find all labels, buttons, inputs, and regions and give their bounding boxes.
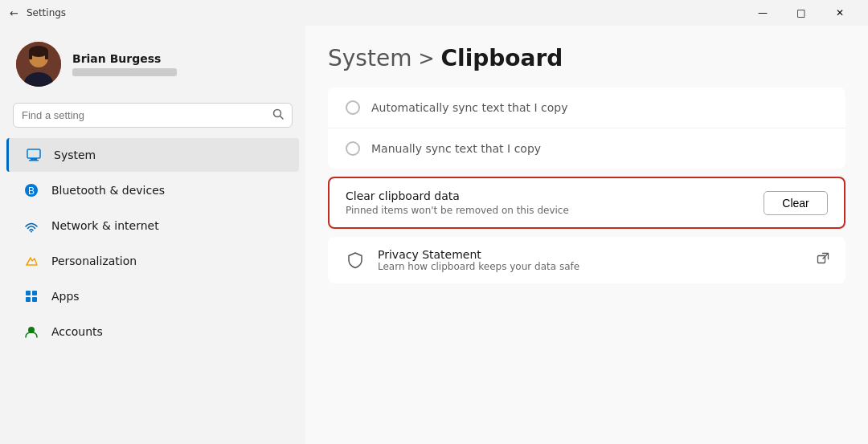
svg-rect-19 bbox=[818, 256, 825, 263]
breadcrumb: System > Clipboard bbox=[328, 45, 845, 71]
sidebar-item-apps[interactable]: Apps bbox=[6, 279, 299, 313]
sync-manual-label: Manually sync text that I copy bbox=[371, 142, 541, 155]
window-controls: — □ ✕ bbox=[744, 0, 858, 26]
sidebar-item-bluetooth[interactable]: B Bluetooth & devices bbox=[6, 173, 299, 207]
sync-manual-radio[interactable] bbox=[346, 141, 360, 156]
sidebar-label-apps: Apps bbox=[51, 290, 80, 303]
clear-title: Clear clipboard data bbox=[346, 189, 755, 202]
back-button[interactable]: ← bbox=[10, 7, 18, 19]
privacy-subtitle: Learn how clipboard keeps your data safe bbox=[378, 261, 805, 272]
maximize-button[interactable]: □ bbox=[783, 0, 820, 26]
svg-rect-17 bbox=[32, 297, 37, 302]
svg-rect-14 bbox=[26, 291, 31, 295]
content-area: System > Clipboard Automatically sync te… bbox=[305, 26, 868, 444]
svg-rect-8 bbox=[27, 149, 40, 158]
sidebar-item-system[interactable]: System bbox=[6, 138, 299, 172]
clear-clipboard-row: Clear clipboard data Pinned items won't … bbox=[328, 177, 845, 229]
clear-button[interactable]: Clear bbox=[764, 191, 828, 215]
personalization-icon bbox=[23, 252, 40, 270]
user-info: Brian Burgess bbox=[72, 52, 177, 76]
clear-subtitle: Pinned items won't be removed on this de… bbox=[346, 205, 755, 216]
sidebar-item-personalization[interactable]: Personalization bbox=[6, 244, 299, 278]
privacy-title: Privacy Statement bbox=[378, 248, 805, 261]
sync-auto-row[interactable]: Automatically sync text that I copy bbox=[328, 88, 845, 128]
sidebar-item-network[interactable]: Network & internet bbox=[6, 209, 299, 242]
svg-text:B: B bbox=[28, 185, 35, 197]
bluetooth-icon: B bbox=[23, 181, 40, 199]
svg-line-7 bbox=[280, 116, 284, 120]
sidebar: Brian Burgess System bbox=[0, 26, 305, 444]
search-input[interactable] bbox=[22, 109, 266, 121]
sync-options-card: Automatically sync text that I copy Manu… bbox=[328, 88, 845, 169]
svg-rect-10 bbox=[29, 160, 39, 161]
app-title: Settings bbox=[27, 7, 736, 18]
privacy-text: Privacy Statement Learn how clipboard ke… bbox=[378, 248, 805, 272]
sidebar-item-accounts[interactable]: Accounts bbox=[6, 315, 299, 348]
search-box[interactable] bbox=[13, 103, 293, 128]
privacy-row[interactable]: Privacy Statement Learn how clipboard ke… bbox=[328, 237, 845, 283]
avatar bbox=[16, 42, 61, 87]
svg-rect-4 bbox=[29, 53, 32, 59]
clear-row-text: Clear clipboard data Pinned items won't … bbox=[346, 189, 755, 216]
title-bar: ← Settings — □ ✕ bbox=[0, 0, 868, 26]
svg-rect-5 bbox=[45, 53, 48, 59]
minimize-button[interactable]: — bbox=[744, 0, 781, 26]
svg-point-13 bbox=[31, 231, 32, 233]
sidebar-label-system: System bbox=[54, 149, 96, 161]
sync-auto-label: Automatically sync text that I copy bbox=[371, 101, 567, 114]
user-section: Brian Burgess bbox=[0, 34, 305, 103]
search-icon bbox=[272, 108, 284, 122]
svg-rect-15 bbox=[32, 291, 37, 295]
accounts-icon bbox=[23, 323, 40, 340]
user-name: Brian Burgess bbox=[72, 52, 177, 65]
sidebar-label-network: Network & internet bbox=[51, 219, 159, 232]
shield-icon bbox=[344, 249, 366, 271]
breadcrumb-current: Clipboard bbox=[441, 45, 563, 71]
user-email-masked bbox=[72, 68, 177, 76]
sidebar-label-bluetooth: Bluetooth & devices bbox=[51, 184, 165, 197]
apps-icon bbox=[23, 287, 40, 305]
close-button[interactable]: ✕ bbox=[821, 0, 858, 26]
network-icon bbox=[23, 217, 40, 234]
app-body: Brian Burgess System bbox=[0, 26, 868, 444]
svg-rect-16 bbox=[26, 297, 31, 302]
sidebar-label-personalization: Personalization bbox=[51, 255, 137, 267]
breadcrumb-separator: > bbox=[418, 47, 434, 70]
sync-auto-radio[interactable] bbox=[346, 100, 360, 115]
system-icon bbox=[25, 146, 43, 164]
breadcrumb-parent: System bbox=[328, 45, 411, 71]
sync-manual-row[interactable]: Manually sync text that I copy bbox=[328, 128, 845, 169]
external-link-icon bbox=[817, 252, 829, 268]
svg-rect-9 bbox=[31, 158, 37, 160]
sidebar-label-accounts: Accounts bbox=[51, 325, 103, 338]
